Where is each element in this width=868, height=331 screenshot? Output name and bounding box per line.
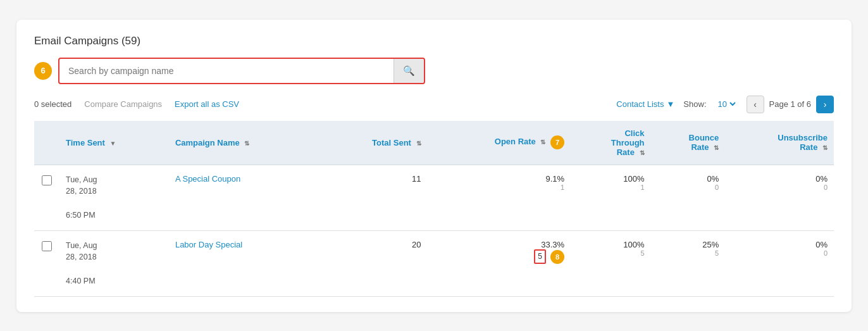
sort-icon-bounce: ⇅ — [714, 144, 719, 151]
search-input[interactable] — [59, 59, 394, 82]
sort-icon-unsub: ⇅ — [822, 144, 828, 151]
prev-page-button[interactable]: ‹ — [747, 96, 764, 113]
th-checkbox — [34, 121, 59, 165]
th-campaign-name[interactable]: Campaign Name ⇅ — [169, 121, 320, 165]
sort-icon-open: ⇅ — [540, 139, 545, 146]
sort-icon-time: ▼ — [110, 140, 116, 147]
next-page-button[interactable]: › — [816, 96, 834, 113]
search-row: 6 🔍 — [34, 58, 834, 84]
show-select[interactable]: 10 25 50 — [716, 99, 738, 109]
table-row: Tue, Aug28, 20186:50 PM A Special Coupon… — [34, 165, 834, 230]
page-title: Email Campaigns (59) — [34, 35, 834, 47]
badge-6: 6 — [34, 62, 52, 80]
click-rate-cell: 100% 5 — [571, 230, 650, 296]
page-info: Page 1 of 6 — [769, 99, 812, 109]
total-sent-cell: 20 — [320, 230, 428, 296]
search-button[interactable]: 🔍 — [394, 59, 424, 83]
sort-icon-click: ⇅ — [640, 149, 645, 156]
show-label: Show: — [683, 99, 706, 109]
unsub-rate-cell: 0% 0 — [725, 165, 834, 230]
campaign-link[interactable]: A Special Coupon — [175, 174, 240, 184]
compare-campaigns-button[interactable]: Compare Campaigns — [84, 99, 162, 109]
row-checkbox-cell — [34, 165, 59, 230]
click-rate-cell: 100% 1 — [571, 165, 650, 230]
badge-8: 8 — [550, 250, 564, 264]
th-time-sent: Time Sent ▼ — [59, 121, 169, 165]
toolbar-right: Contact Lists ▼ Show: 10 25 50 ‹ Page 1 … — [616, 96, 834, 113]
chevron-down-icon: ▼ — [666, 99, 674, 109]
export-csv-button[interactable]: Export all as CSV — [175, 99, 239, 109]
th-total-sent[interactable]: Total Sent ⇅ — [320, 121, 428, 165]
highlighted-value: 5 — [534, 249, 546, 264]
main-container: Email Campaigns (59) 6 🔍 0 selected Comp… — [16, 20, 852, 312]
sort-icon-total: ⇅ — [416, 140, 421, 147]
contact-lists-button[interactable]: Contact Lists ▼ — [616, 99, 674, 109]
toolbar-row: 0 selected Compare Campaigns Export all … — [34, 96, 834, 113]
th-click-through-rate[interactable]: ClickThroughRate ⇅ — [571, 121, 650, 165]
open-rate-cell: 33.3% 5 8 — [428, 230, 571, 296]
table-row: Tue, Aug28, 20184:40 PM Labor Day Specia… — [34, 230, 834, 296]
selected-count: 0 selected — [34, 99, 71, 109]
search-input-wrapper: 🔍 — [58, 58, 425, 84]
campaign-name-cell: A Special Coupon — [169, 165, 320, 230]
unsub-rate-cell: 0% 0 — [725, 230, 834, 296]
campaign-name-cell: Labor Day Special — [169, 230, 320, 296]
bounce-rate-cell: 0% 0 — [651, 165, 726, 230]
th-bounce-rate[interactable]: BounceRate ⇅ — [651, 121, 726, 165]
row-checkbox-cell — [34, 230, 59, 296]
campaign-link[interactable]: Labor Day Special — [175, 240, 242, 249]
th-open-rate[interactable]: Open Rate ⇅ 7 — [428, 121, 571, 165]
open-rate-cell: 9.1% 1 — [428, 165, 571, 230]
total-sent-cell: 11 — [320, 165, 428, 230]
th-unsubscribe-rate[interactable]: UnsubscribeRate ⇅ — [725, 121, 834, 165]
sort-icon-campaign: ⇅ — [244, 140, 249, 147]
badge-7: 7 — [550, 135, 564, 149]
time-sent-cell: Tue, Aug28, 20186:50 PM — [59, 165, 169, 230]
row-checkbox[interactable] — [42, 175, 52, 185]
campaigns-table: Time Sent ▼ Campaign Name ⇅ Total Sent ⇅… — [34, 121, 834, 297]
time-sent-cell: Tue, Aug28, 20184:40 PM — [59, 230, 169, 296]
pagination: ‹ Page 1 of 6 › — [747, 96, 834, 113]
row-checkbox[interactable] — [42, 241, 52, 251]
bounce-rate-cell: 25% 5 — [651, 230, 726, 296]
